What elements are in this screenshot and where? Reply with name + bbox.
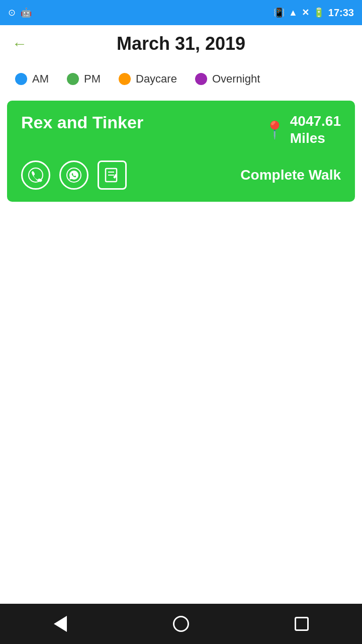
legend-overnight: Overnight xyxy=(195,72,260,86)
nav-recents-button[interactable] xyxy=(287,609,317,639)
card-top: Rex and Tinker 📍 4047.61 Miles xyxy=(21,113,341,146)
whatsapp-icon xyxy=(66,168,81,183)
status-left-icons: ⊙ 🤖 xyxy=(8,7,32,18)
pm-dot xyxy=(67,73,79,85)
nav-back-button[interactable] xyxy=(45,609,75,639)
distance-display: 📍 4047.61 Miles xyxy=(264,113,341,146)
overnight-dot xyxy=(195,73,207,85)
header: ← March 31, 2019 xyxy=(0,25,362,62)
complete-walk-button[interactable]: Complete Walk xyxy=(240,167,341,183)
home-circle-icon xyxy=(173,616,189,632)
legend-pm: PM xyxy=(67,72,101,86)
daycare-label: Daycare xyxy=(136,72,177,86)
circle-icon: ⊙ xyxy=(8,7,16,18)
battery-icon: 🔋 xyxy=(313,7,324,18)
overnight-label: Overnight xyxy=(212,72,260,86)
phone-button[interactable] xyxy=(21,160,50,190)
walk-card: Rex and Tinker 📍 4047.61 Miles xyxy=(7,101,355,202)
distance-unit: Miles xyxy=(290,130,341,147)
back-button[interactable]: ← xyxy=(12,35,27,52)
distance-number: 4047.61 xyxy=(290,113,341,130)
daycare-dot xyxy=(119,73,131,85)
card-bottom: Complete Walk xyxy=(21,160,341,190)
notes-button[interactable] xyxy=(98,160,127,190)
android-icon: 🤖 xyxy=(21,7,32,18)
legend-daycare: Daycare xyxy=(119,72,177,86)
pm-label: PM xyxy=(84,72,101,86)
wifi-icon: ▲ xyxy=(289,8,298,18)
phone-icon xyxy=(28,168,43,183)
vibrate-icon: 📳 xyxy=(274,7,285,18)
page-title: March 31, 2019 xyxy=(117,33,245,54)
whatsapp-button[interactable] xyxy=(59,160,88,190)
status-right-icons: 📳 ▲ ✕ 🔋 17:33 xyxy=(274,7,354,19)
am-dot xyxy=(15,73,27,85)
legend: AM PM Daycare Overnight xyxy=(0,62,362,101)
main-content xyxy=(0,202,362,604)
distance-value: 4047.61 Miles xyxy=(290,113,341,146)
am-label: AM xyxy=(32,72,49,86)
status-bar: ⊙ 🤖 📳 ▲ ✕ 🔋 17:33 xyxy=(0,0,362,25)
bottom-nav xyxy=(0,604,362,644)
nav-home-button[interactable] xyxy=(166,609,196,639)
signal-off-icon: ✕ xyxy=(302,7,309,18)
pets-name: Rex and Tinker xyxy=(21,113,143,132)
time-display: 17:33 xyxy=(328,7,354,19)
edit-icon xyxy=(104,167,120,183)
legend-am: AM xyxy=(15,72,49,86)
recents-square-icon xyxy=(295,617,309,631)
contact-icons xyxy=(21,160,127,190)
location-pin-icon: 📍 xyxy=(264,120,285,140)
back-triangle-icon xyxy=(54,616,67,632)
